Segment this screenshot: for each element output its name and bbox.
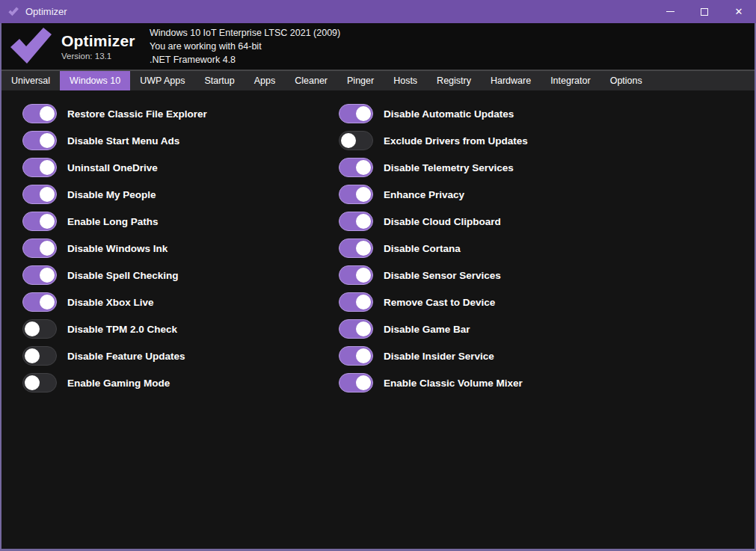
tab-bar: UniversalWindows 10UWP AppsStartupAppsCl… [1, 71, 755, 90]
tab-cleaner[interactable]: Cleaner [285, 71, 337, 90]
toggle-disable-windows-ink[interactable] [22, 238, 57, 258]
optimizer-window: Optimizer ✕ Optimizer Version: 13.1 Wind… [0, 0, 756, 551]
toggle-knob [40, 160, 55, 175]
close-button[interactable]: ✕ [722, 0, 756, 23]
toggle-enhance-privacy[interactable] [339, 185, 373, 204]
toggle-label: Disable Start Menu Ads [67, 135, 179, 147]
app-title-block: Optimizer Version: 13.1 [61, 32, 142, 61]
toggle-disable-spell-checking[interactable] [22, 265, 57, 285]
tab-hardware[interactable]: Hardware [481, 71, 541, 90]
tab-options[interactable]: Options [600, 71, 652, 90]
toggle-enable-gaming-mode[interactable] [22, 373, 57, 393]
tab-windows-10[interactable]: Windows 10 [60, 71, 130, 90]
toggle-disable-game-bar[interactable] [339, 319, 373, 339]
tab-apps[interactable]: Apps [245, 71, 286, 90]
toggle-label: Disable Feature Updates [67, 351, 185, 362]
toggle-knob [356, 348, 371, 363]
toggle-knob [356, 160, 371, 175]
toggle-knob [356, 295, 371, 310]
toggle-row: Enhance Privacy [339, 185, 755, 204]
system-info: Windows 10 IoT Enterprise LTSC 2021 (200… [150, 26, 340, 67]
app-header: Optimizer Version: 13.1 Windows 10 IoT E… [1, 23, 755, 71]
tab-pinger[interactable]: Pinger [337, 71, 384, 90]
toggle-row: Disable Sensor Services [339, 265, 755, 285]
toggle-knob [40, 241, 55, 256]
toggle-row: Disable Start Menu Ads [22, 131, 339, 150]
maximize-icon [701, 8, 708, 16]
toggle-row: Disable Windows Ink [22, 238, 339, 258]
toggle-knob [25, 321, 40, 336]
toggle-uninstall-onedrive[interactable] [22, 158, 57, 177]
toggle-row: Restore Classic File Explorer [22, 104, 339, 123]
tab-uwp-apps[interactable]: UWP Apps [130, 71, 194, 90]
toggle-row: Disable Cloud Clipboard [339, 212, 755, 231]
toggle-label: Enable Classic Volume Mixer [384, 378, 523, 389]
toggle-row: Remove Cast to Device [339, 292, 755, 312]
toggle-label: Enable Long Paths [67, 216, 159, 227]
toggle-disable-start-menu-ads[interactable] [22, 131, 57, 150]
toggle-label: Exclude Drivers from Updates [384, 135, 528, 147]
toggle-label: Remove Cast to Device [384, 297, 495, 308]
toggle-disable-xbox-live[interactable] [22, 292, 57, 312]
tab-hosts[interactable]: Hosts [384, 71, 427, 90]
tab-label: Cleaner [295, 76, 328, 86]
toggle-disable-tpm-2-0-check[interactable] [22, 319, 57, 339]
minimize-button[interactable] [653, 0, 687, 23]
toggle-knob [356, 268, 371, 283]
toggle-enable-long-paths[interactable] [22, 212, 57, 231]
arch-info-line: You are working with 64-bit [150, 40, 340, 53]
toggle-label: Uninstall OneDrive [67, 162, 158, 173]
toggle-row: Uninstall OneDrive [22, 158, 339, 177]
toggle-disable-sensor-services[interactable] [339, 265, 373, 285]
tab-universal[interactable]: Universal [1, 71, 60, 90]
toggle-knob [356, 375, 371, 390]
app-name: Optimizer [61, 32, 142, 50]
toggle-label: Disable Spell Checking [67, 270, 179, 281]
toggle-label: Disable Cortana [384, 243, 461, 254]
toggle-row: Disable Spell Checking [22, 265, 339, 285]
tab-label: Windows 10 [70, 76, 120, 86]
toggle-label: Enable Gaming Mode [67, 378, 170, 389]
tab-label: Integrator [550, 76, 591, 86]
app-logo-icon [7, 7, 19, 17]
toggle-label: Disable Game Bar [384, 324, 470, 335]
toggle-disable-cortana[interactable] [339, 238, 373, 258]
tab-label: Pinger [347, 76, 374, 86]
toggle-remove-cast-to-device[interactable] [339, 292, 373, 312]
toggle-knob [40, 106, 55, 121]
toggle-knob [40, 133, 55, 148]
toggle-restore-classic-file-explorer[interactable] [22, 104, 57, 123]
toggle-knob [356, 241, 371, 256]
toggle-row: Disable Xbox Live [22, 292, 339, 312]
toggle-exclude-drivers-from-updates[interactable] [339, 131, 373, 150]
tab-registry[interactable]: Registry [427, 71, 481, 90]
toggle-disable-my-people[interactable] [22, 185, 57, 204]
toggle-label: Disable Cloud Clipboard [384, 216, 501, 227]
tab-startup[interactable]: Startup [194, 71, 244, 90]
minimize-icon [666, 11, 674, 12]
toggle-disable-cloud-clipboard[interactable] [339, 212, 373, 231]
toggle-label: Disable Automatic Updates [384, 108, 514, 120]
toggle-disable-telemetry-services[interactable] [339, 158, 373, 177]
toggle-row: Enable Classic Volume Mixer [339, 373, 755, 393]
toggle-knob [356, 214, 371, 229]
toggle-knob [341, 133, 356, 148]
tab-integrator[interactable]: Integrator [541, 71, 600, 90]
dotnet-info-line: .NET Framework 4.8 [150, 53, 340, 67]
toggle-disable-insider-service[interactable] [339, 346, 373, 366]
version-label: Version: 13.1 [61, 52, 142, 61]
tab-label: Options [610, 76, 642, 86]
toggle-row: Enable Long Paths [22, 212, 339, 231]
window-title: Optimizer [25, 6, 67, 17]
toggle-disable-feature-updates[interactable] [22, 346, 57, 366]
toggle-enable-classic-volume-mixer[interactable] [339, 373, 373, 393]
tab-label: Hardware [491, 76, 531, 86]
toggle-knob [356, 106, 371, 121]
toggle-row: Disable My People [22, 185, 339, 204]
toggle-disable-automatic-updates[interactable] [339, 104, 373, 123]
maximize-button[interactable] [687, 0, 722, 23]
tab-label: UWP Apps [140, 76, 185, 86]
tab-label: Registry [437, 76, 471, 86]
toggle-knob [356, 187, 371, 202]
tab-label: Apps [254, 76, 276, 86]
